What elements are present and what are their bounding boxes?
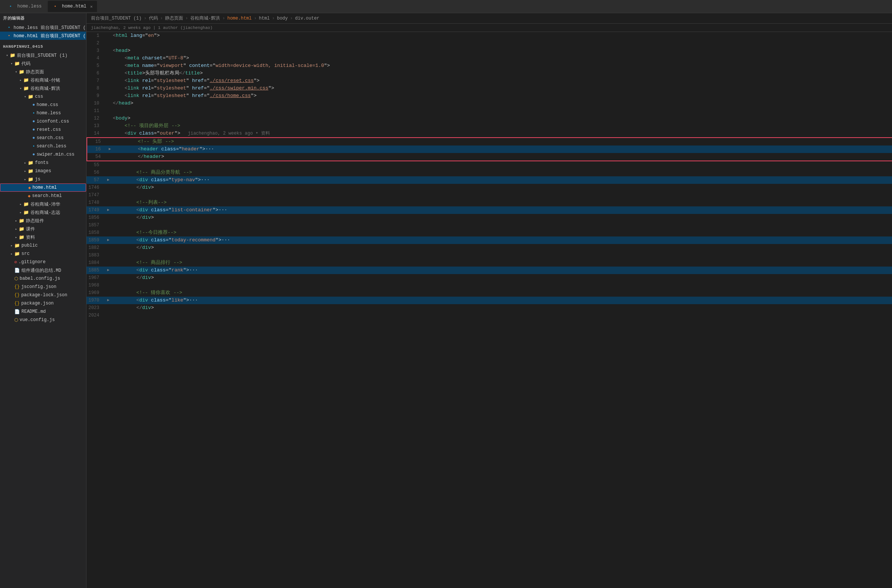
line-content: <!--今日推荐--> xyxy=(111,229,892,236)
sidebar-item[interactable]: ▾📁前台项目_STUDENT (1) xyxy=(0,51,86,59)
sidebar-item[interactable]: ●iconfont.css xyxy=(0,117,86,126)
sidebar-item[interactable]: ▾📁谷粒商城-辉洪 xyxy=(0,84,86,92)
sidebar-item[interactable]: ▸📁静态组件 xyxy=(0,217,86,225)
folder-file-icon: 📁 xyxy=(14,251,20,257)
sidebar-item[interactable]: ●search.css xyxy=(0,134,86,142)
less-file-icon: ▪ xyxy=(32,111,35,116)
tab-home-html[interactable]: ▪ home.html ✕ xyxy=(48,1,97,12)
spacer-icon xyxy=(9,292,14,298)
breadcrumb-item-2[interactable]: 静态页面 xyxy=(165,15,183,21)
spacer-icon xyxy=(27,135,32,141)
line-number: 9 xyxy=(86,92,105,100)
sidebar-item[interactable]: ◆home.html xyxy=(0,183,86,192)
sidebar-item[interactable]: 📄README.md xyxy=(0,308,86,316)
breadcrumb-item-1[interactable]: 代码 xyxy=(149,15,158,21)
fold-arrow[interactable]: ▶ xyxy=(107,145,113,153)
css-file-icon: ● xyxy=(32,152,35,157)
breadcrumb-item-3[interactable]: 谷粒商城-辉洪 xyxy=(190,15,220,21)
line-number: 54 xyxy=(88,153,107,161)
sidebar-item-label: iconfont.css xyxy=(36,119,69,124)
sidebar-item[interactable]: ▸📁js xyxy=(0,175,86,183)
folder-file-icon: 📁 xyxy=(23,202,29,207)
code-row: 3<head> xyxy=(86,47,892,55)
code-row: 1969 <!-- 猜你喜欢 --> xyxy=(86,289,892,297)
sidebar-item[interactable]: ▸📁谷粒商城-付铭 xyxy=(0,76,86,84)
code-row: 1748 <!--列表--> xyxy=(86,199,892,206)
less-file-icon: ▪ xyxy=(32,144,35,149)
sidebar-item[interactable]: ▸📁谷粒商城-志远 xyxy=(0,208,86,217)
sidebar-item[interactable]: ⬡babel.config.js xyxy=(0,274,86,283)
project-title: HANGPINHUI_0415 xyxy=(0,42,86,51)
breadcrumb-sep-2: › xyxy=(185,16,188,21)
sidebar-item[interactable]: ▸📁资料 xyxy=(0,233,86,241)
sidebar-item-label: vue.config.js xyxy=(20,317,55,323)
line-content: <div class="list-container">··· xyxy=(111,206,892,214)
content-area: 前台项目_STUDENT (1) › 代码 › 静态页面 › 谷粒商城-辉洪 ›… xyxy=(86,13,892,588)
sidebar-item[interactable]: ▸📁images xyxy=(0,167,86,175)
sidebar-item-label: search.css xyxy=(36,135,64,141)
tab-home-less[interactable]: ▪ home.less xyxy=(3,1,46,12)
sidebar-item[interactable]: {}jsconfig.json xyxy=(0,283,86,291)
folder-file-icon: 📁 xyxy=(23,210,29,215)
code-row: 1746 </div> xyxy=(86,184,892,191)
line-number: 13 xyxy=(86,122,105,130)
line-content: <div class="outer">jiachenghao, 2 weeks … xyxy=(111,130,892,137)
open-file-less[interactable]: ▪ home.less 前台项目_STUDENT (1... xyxy=(0,23,86,32)
line-content: <link rel="stylesheet" href="./css/home.… xyxy=(111,92,892,100)
tab-close-button[interactable]: ✕ xyxy=(90,4,93,9)
sidebar-item[interactable]: ▸📁src xyxy=(0,250,86,258)
line-number: 1882 xyxy=(86,244,105,252)
folder-file-icon: 📁 xyxy=(14,243,20,249)
sidebar-item[interactable]: ▸📁谷粒商城-沛华 xyxy=(0,200,86,208)
spacer-icon xyxy=(23,193,28,199)
code-row: 14 <div class="outer">jiachenghao, 2 wee… xyxy=(86,130,892,137)
fold-arrow[interactable]: ▶ xyxy=(105,176,111,184)
spacer-icon xyxy=(9,317,14,323)
sidebar-item[interactable]: ▸📁课件 xyxy=(0,225,86,233)
line-number: 10 xyxy=(86,100,105,107)
code-row: 1968 xyxy=(86,282,892,289)
breadcrumb-item-4[interactable]: home.html xyxy=(227,16,252,21)
sidebar-item[interactable]: 📄组件通信的总结.MD xyxy=(0,266,86,274)
sidebar-item[interactable]: ●swiper.min.css xyxy=(0,150,86,159)
line-content: </header> xyxy=(113,153,892,161)
sidebar-item[interactable]: ●home.css xyxy=(0,101,86,109)
open-file-html[interactable]: ▪ home.html 前台项目_STUDENT (1... xyxy=(0,32,86,40)
sidebar-item[interactable]: {}package-lock.json xyxy=(0,291,86,299)
sidebar-item[interactable]: {}package.json xyxy=(0,299,86,308)
sidebar-item[interactable]: ⬡vue.config.js xyxy=(0,316,86,324)
sidebar-item-label: fonts xyxy=(35,160,49,165)
line-content: <meta name="viewport" content="width=dev… xyxy=(111,62,892,70)
spacer-icon xyxy=(9,284,14,289)
sidebar-item[interactable]: ▸📁public xyxy=(0,241,86,250)
code-row: 1747 xyxy=(86,191,892,199)
open-file-less-label: home.less 前台项目_STUDENT (1... xyxy=(14,24,86,31)
sidebar-item[interactable]: ▾📁css xyxy=(0,92,86,101)
sidebar-item[interactable]: ▪search.less xyxy=(0,142,86,150)
code-row: 55 xyxy=(86,161,892,169)
line-content: </div> xyxy=(111,184,892,191)
line-content: <link rel="stylesheet" href="./css/reset… xyxy=(111,77,892,85)
breadcrumb-item-6[interactable]: body xyxy=(277,16,288,21)
fold-arrow[interactable]: ▶ xyxy=(105,297,111,304)
code-editor[interactable]: 1<html lang="en">23<head>4 <meta charset… xyxy=(86,32,892,588)
sidebar-item[interactable]: ▪home.less xyxy=(0,109,86,117)
sidebar-item[interactable]: ▸📁fonts xyxy=(0,159,86,167)
sidebar-item-label: search.html xyxy=(32,193,62,199)
sidebar-item[interactable]: ⊘.gitignore xyxy=(0,258,86,266)
fold-arrow[interactable]: ▶ xyxy=(105,236,111,244)
breadcrumb-sep-6: › xyxy=(290,16,293,21)
sidebar-item[interactable]: ▾📁静态页面 xyxy=(0,68,86,76)
spacer-icon xyxy=(9,276,14,281)
sidebar-item[interactable]: ◆search.html xyxy=(0,192,86,200)
breadcrumb-item-7[interactable]: div.outer xyxy=(295,16,319,21)
open-file-html-label: home.html 前台项目_STUDENT (1... xyxy=(14,33,86,39)
fold-arrow[interactable]: ▶ xyxy=(105,206,111,214)
breadcrumb-item-5[interactable]: html xyxy=(259,16,270,21)
sidebar-item[interactable]: ●reset.css xyxy=(0,126,86,134)
sidebar-item-label: 组件通信的总结.MD xyxy=(21,267,61,274)
line-content: <html lang="en"> xyxy=(111,32,892,39)
sidebar-item[interactable]: ▾📁代码 xyxy=(0,59,86,68)
fold-arrow[interactable]: ▶ xyxy=(105,267,111,274)
breadcrumb-item-0[interactable]: 前台项目_STUDENT (1) xyxy=(91,15,141,21)
